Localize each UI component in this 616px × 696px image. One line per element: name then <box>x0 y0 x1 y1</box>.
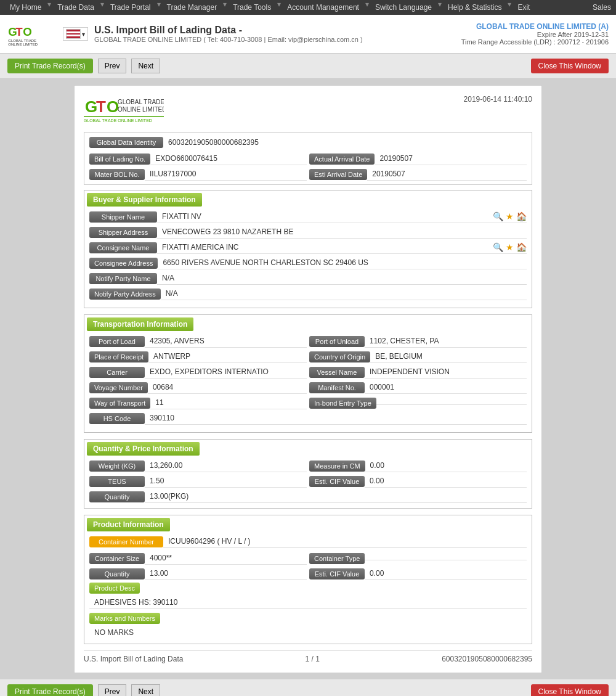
product-section: Product Information Container Number ICU… <box>84 515 532 644</box>
nav-exit[interactable]: Exit <box>513 0 535 15</box>
quantity-price-section: Quantity & Price Information Weight (KG)… <box>84 439 532 509</box>
notify-party-name-row: Notify Party Name N/A <box>89 272 527 285</box>
doc-logo-icon: G T O GLOBAL TRADE ONLINE LIMITED GLOBAL… <box>84 95 164 123</box>
container-type-label: Container Type <box>309 553 365 564</box>
voyage-number-value: 00684 <box>148 381 307 394</box>
measure-label: Measure in CM <box>309 461 365 472</box>
logo-icon: G T O GLOBAL TRADE ONLINE LIMITED <box>7 18 57 49</box>
mater-bol-value: IILU87197000 <box>145 168 307 181</box>
consignee-name-value-group: FIXATTI AMERICA INC 🔍 ★ 🏠 <box>157 241 527 254</box>
qp-row-1: Weight (KG) 13,260.00 Measure in CM 0.00 <box>89 459 527 472</box>
shipper-name-label: Shipper Name <box>89 211 157 223</box>
shipper-name-value-group: FIXATTI NV 🔍 ★ 🏠 <box>157 210 527 223</box>
close-button-top[interactable]: Close This Window <box>531 59 609 73</box>
flag-selector[interactable]: ▾ <box>63 27 88 41</box>
qp-quantity-row: Quantity 13.00(PKG) <box>89 490 527 503</box>
vessel-name-label: Vessel Name <box>309 367 365 378</box>
product-desc-section: Product Desc ADHESIVES HS: 390110 <box>89 583 527 609</box>
bill-of-lading-value: EXDO6600076415 <box>150 152 307 165</box>
nav-my-home[interactable]: My Home <box>5 0 46 15</box>
product-quantity-label: Quantity <box>89 568 145 579</box>
transportation-title: Transportation Information <box>87 317 193 331</box>
country-of-origin-value: BE, BELGIUM <box>370 350 527 363</box>
actual-arrival-date-label: Actual Arrival Date <box>309 154 375 165</box>
doc-logo: G T O GLOBAL TRADE ONLINE LIMITED GLOBAL… <box>84 95 164 125</box>
print-button-top[interactable]: Print Trade Record(s) <box>7 59 93 73</box>
global-data-identity-row: Global Data Identity 6003201905080000682… <box>89 136 527 149</box>
quantity-price-body: Weight (KG) 13,260.00 Measure in CM 0.00… <box>84 459 532 508</box>
consignee-home-icon[interactable]: 🏠 <box>516 242 527 252</box>
esti-cif-value: 0.00 <box>365 475 527 488</box>
product-esti-cif-value: 0.00 <box>365 567 527 580</box>
esti-cif-label: Esti. CIF Value <box>309 476 365 487</box>
company-name-link[interactable]: GLOBAL TRADE ONLINE LIMITED (A) <box>461 22 609 31</box>
measure-row: Measure in CM 0.00 <box>309 459 527 472</box>
consignee-name-value: FIXATTI AMERICA INC <box>157 241 490 253</box>
buyer-supplier-section: Buyer & Supplier Information Shipper Nam… <box>84 190 532 308</box>
close-button-bottom[interactable]: Close This Window <box>531 684 609 696</box>
hs-code-row: HS Code 390110 <box>89 412 527 425</box>
vessel-name-value: INDEPENDENT VISION <box>365 366 527 379</box>
place-of-receipt-row: Place of Receipt ANTWERP <box>89 350 307 363</box>
carrier-row: Carrier EXDO, EXPEDITORS INTERNATIO <box>89 366 307 379</box>
consignee-star-icon[interactable]: ★ <box>506 242 514 252</box>
nav-trade-manager[interactable]: Trade Manager <box>162 0 222 15</box>
shipper-home-icon[interactable]: 🏠 <box>516 211 527 221</box>
header-subtitle: GLOBAL TRADE ONLINE LIMITED ( Tel: 400-7… <box>94 36 363 43</box>
notify-party-address-label: Notify Party Address <box>89 289 161 300</box>
container-number-label: Container Number <box>89 536 163 547</box>
carrier-label: Carrier <box>89 367 145 378</box>
qp-quantity-value: 13.00(PKG) <box>145 490 527 503</box>
next-button-top[interactable]: Next <box>131 59 160 73</box>
place-of-receipt-label: Place of Receipt <box>89 351 148 362</box>
product-esti-cif-label: Esti. CIF Value <box>309 568 365 579</box>
marks-numbers-section: Marks and Numbers NO MARKS <box>89 609 527 639</box>
manifest-no-label: Manifest No. <box>309 382 365 393</box>
esti-cif-row: Esti. CIF Value 0.00 <box>309 475 527 488</box>
transport-row-4: Voyage Number 00684 Manifest No. 000001 <box>89 381 527 394</box>
inbond-entry-type-row: In-bond Entry Type <box>309 396 527 409</box>
container-number-row: Container Number ICUU9604296 ( HV / L / … <box>89 535 527 548</box>
shipper-star-icon[interactable]: ★ <box>506 211 514 221</box>
nav-help-statistics[interactable]: Help & Statistics <box>443 0 506 15</box>
product-row-2: Container Size 4000** Container Type <box>89 552 527 565</box>
teus-value: 1.50 <box>145 475 307 488</box>
prev-button-bottom[interactable]: Prev <box>98 684 127 696</box>
logo: G T O GLOBAL TRADE ONLINE LIMITED <box>7 18 57 49</box>
nav-trade-tools[interactable]: Trade Tools <box>228 0 276 15</box>
page-title: U.S. Import Bill of Lading Data - <box>94 25 363 36</box>
page-header: G T O GLOBAL TRADE ONLINE LIMITED ▾ U.S.… <box>0 15 616 54</box>
shipper-search-icon[interactable]: 🔍 <box>493 211 503 221</box>
measure-value: 0.00 <box>365 459 527 472</box>
consignee-search-icon[interactable]: 🔍 <box>493 242 503 252</box>
print-button-bottom[interactable]: Print Trade Record(s) <box>7 684 93 696</box>
hs-code-value: 390110 <box>145 412 527 425</box>
shipper-name-value: FIXATTI NV <box>157 210 490 223</box>
product-row-3: Quantity 13.00 Esti. CIF Value 0.00 <box>89 567 527 580</box>
voyage-number-row: Voyage Number 00684 <box>89 381 307 394</box>
svg-text:T: T <box>15 25 23 38</box>
notify-party-address-row: Notify Party Address N/A <box>89 287 527 300</box>
doc-datetime: 2019-06-14 11:40:10 <box>464 95 532 104</box>
top-navigation: My Home ▾ Trade Data ▾ Trade Portal ▾ Tr… <box>0 0 616 15</box>
global-data-identity-label: Global Data Identity <box>89 137 163 148</box>
esti-arrival-date-value: 20190507 <box>367 168 527 181</box>
product-desc-value: ADHESIVES HS: 390110 <box>89 596 527 609</box>
shipper-address-row: Shipper Address VENECOWEG 23 9810 NAZARE… <box>89 226 527 239</box>
way-of-transport-row: Way of Transport 11 <box>89 396 307 409</box>
global-data-identity-section: Global Data Identity 6003201905080000682… <box>84 132 532 185</box>
nav-account-management[interactable]: Account Management <box>282 0 364 15</box>
svg-text:ONLINE LIMITED: ONLINE LIMITED <box>8 43 38 46</box>
doc-footer-left: U.S. Import Bill of Lading Data <box>84 655 183 663</box>
port-of-unload-row: Port of Unload 1102, CHESTER, PA <box>309 335 527 348</box>
next-button-bottom[interactable]: Next <box>131 684 160 696</box>
nav-trade-portal[interactable]: Trade Portal <box>105 0 156 15</box>
port-of-load-label: Port of Load <box>89 336 145 347</box>
port-of-load-row: Port of Load 42305, ANVERS <box>89 335 307 348</box>
nav-switch-language[interactable]: Switch Language <box>370 0 437 15</box>
nav-trade-data[interactable]: Trade Data <box>52 0 99 15</box>
transport-row-3: Carrier EXDO, EXPEDITORS INTERNATIO Vess… <box>89 366 527 379</box>
top-toolbar: Print Trade Record(s) Prev Next Close Th… <box>0 54 616 79</box>
prev-button-top[interactable]: Prev <box>98 59 127 73</box>
actual-arrival-date-row: Actual Arrival Date 20190507 <box>309 152 527 165</box>
